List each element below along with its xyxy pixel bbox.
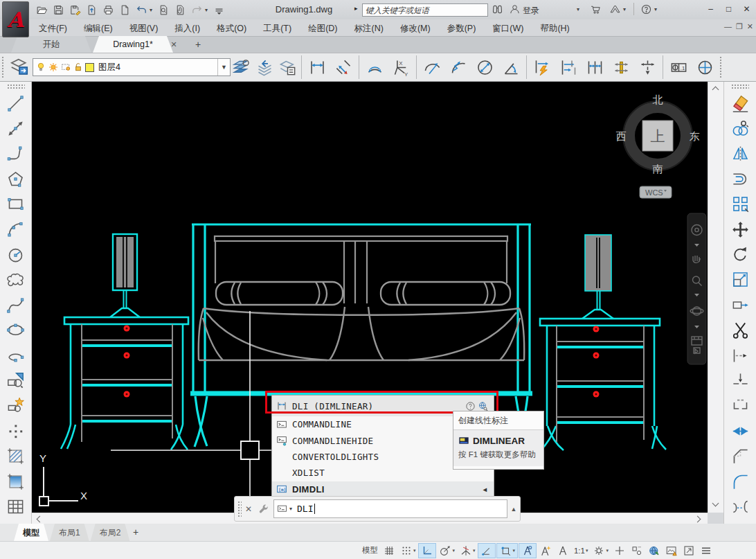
viewcube-north[interactable]: 北 <box>653 94 663 105</box>
scroll-down-icon[interactable] <box>712 500 719 507</box>
menu-9[interactable]: 参数(P) <box>440 21 483 36</box>
menu-4[interactable]: 格式(O) <box>210 21 253 36</box>
tool-layprops-icon[interactable] <box>276 53 299 81</box>
navigation-bar[interactable] <box>687 213 706 364</box>
menu-2[interactable]: 视图(V) <box>123 21 165 36</box>
tool-dlinear-icon[interactable] <box>304 53 330 81</box>
tool-save-icon[interactable] <box>50 2 66 17</box>
status-annotation-scale[interactable] <box>555 543 571 558</box>
tool-dord-icon[interactable] <box>388 53 414 81</box>
command-line-dock[interactable]: ✕ ▾ DLI ▲ <box>234 496 521 522</box>
status-isolate-objects[interactable] <box>629 543 645 558</box>
tool-dcenter-icon[interactable] <box>692 53 718 81</box>
toolbar-grip-right[interactable] <box>719 56 723 78</box>
tool-dspace-icon[interactable] <box>608 53 634 81</box>
tool-earc-icon[interactable] <box>0 343 31 368</box>
tool-exportup-icon[interactable] <box>83 2 100 17</box>
tool-offset-icon[interactable] <box>725 166 756 191</box>
doc-restore[interactable]: ❐ <box>736 22 743 31</box>
layout-tab-0[interactable]: 模型 <box>14 524 48 541</box>
scroll-up-icon[interactable] <box>712 87 719 94</box>
layout-add-icon[interactable]: + <box>126 524 145 541</box>
minimize-button[interactable]: – <box>703 2 719 16</box>
status-crosshair-plus[interactable] <box>611 543 628 558</box>
tab-start[interactable]: 开始 <box>11 36 91 53</box>
layer-lock-icon[interactable] <box>73 62 84 73</box>
tool-darc-icon[interactable] <box>361 53 388 81</box>
search-icon[interactable] <box>492 3 503 15</box>
tool-pline-icon[interactable] <box>0 141 31 166</box>
status-customization-gear[interactable]: ▾ <box>591 543 611 558</box>
tool-plot-icon[interactable] <box>100 2 116 17</box>
popup-row-dimdli[interactable]: DIMDLI◂ <box>272 481 494 497</box>
doc-close[interactable]: ✕ <box>747 22 753 31</box>
tool-pointic-icon[interactable] <box>0 418 31 443</box>
scroll-right-icon[interactable] <box>694 516 701 523</box>
tool-arc-icon[interactable] <box>0 217 31 242</box>
status-autoscale[interactable] <box>537 543 554 558</box>
tab-drawing1[interactable]: Drawing1* <box>93 36 173 53</box>
signin-caret[interactable]: ▾ <box>577 6 579 12</box>
toolbar-grip[interactable] <box>731 84 749 89</box>
tool-brkpt-icon[interactable] <box>725 368 756 393</box>
wcs-button[interactable]: WCS <box>640 186 672 198</box>
tool-layer-main[interactable] <box>6 54 33 80</box>
status-customization-menu[interactable] <box>698 543 714 558</box>
tool-scaleic-icon[interactable] <box>725 267 756 292</box>
toolbar-grip[interactable] <box>1 56 5 78</box>
tool-hatch-icon[interactable] <box>0 443 31 468</box>
status-snap[interactable]: ▾ <box>398 543 418 558</box>
nightstand-left[interactable] <box>61 317 188 450</box>
bed-blanket[interactable] <box>199 307 524 360</box>
tab-add-icon[interactable]: + <box>191 36 205 53</box>
tool-undo-icon[interactable] <box>133 2 150 17</box>
help-caret[interactable]: ▾ <box>654 6 657 12</box>
status-annotation-visibility[interactable] <box>519 543 537 558</box>
view-cube[interactable]: 上 北 西 东 南 <box>616 94 700 175</box>
menu-0[interactable]: 文件(F) <box>32 21 74 36</box>
signin-icon[interactable] <box>509 3 521 15</box>
maximize-button[interactable]: □ <box>721 2 737 16</box>
tool-dbreak-icon[interactable] <box>634 53 660 81</box>
status-isodraft[interactable]: ▾ <box>458 543 478 558</box>
tool-page-icon[interactable] <box>116 2 133 17</box>
viewcube-west[interactable]: 西 <box>616 130 627 142</box>
tool-revcloud-icon[interactable] <box>0 267 31 292</box>
tool-layundo-icon[interactable] <box>253 53 276 81</box>
bed-headboard[interactable] <box>215 236 507 303</box>
tool-preview-icon[interactable] <box>155 2 172 17</box>
tool-join-icon[interactable] <box>725 418 756 443</box>
title-expand-arrow[interactable]: ▸ <box>354 5 358 12</box>
viewcube-east[interactable]: 东 <box>690 130 700 142</box>
command-wrench-icon[interactable] <box>255 503 271 515</box>
tool-dang-icon[interactable] <box>498 53 524 81</box>
layout-tab-2[interactable]: 布局2 <box>91 524 130 541</box>
layer-vpfreeze-icon[interactable] <box>60 62 71 73</box>
command-caret-icon[interactable]: ▾ <box>289 506 292 512</box>
command-expand-icon[interactable]: ▲ <box>507 506 520 513</box>
tool-daligned-icon[interactable] <box>330 53 357 81</box>
dropdown-caret-icon[interactable]: ▾ <box>205 7 210 13</box>
menu-8[interactable]: 修改(M) <box>393 21 438 36</box>
status-render-image[interactable] <box>663 543 680 558</box>
tool-erase-icon[interactable] <box>725 91 756 116</box>
layer-combo-box[interactable]: 图层4 ▼ <box>33 58 231 76</box>
app-logo[interactable]: A <box>2 1 29 37</box>
tool-dradius-icon[interactable] <box>419 53 445 81</box>
scroll-left-icon[interactable] <box>37 516 44 523</box>
menu-3[interactable]: 插入(I) <box>168 21 207 36</box>
tool-spline-icon[interactable] <box>0 292 31 317</box>
menu-1[interactable]: 编辑(E) <box>77 21 120 36</box>
layer-thaw-icon[interactable] <box>48 62 59 73</box>
command-close-icon[interactable]: ✕ <box>242 504 255 514</box>
tool-dbase-icon[interactable] <box>555 53 582 81</box>
viewcube-south[interactable]: 南 <box>653 163 663 175</box>
tool-arrayic-icon[interactable] <box>725 192 756 217</box>
tool-rectic-icon[interactable] <box>0 192 31 217</box>
status-osnap[interactable]: ▾ <box>496 543 518 558</box>
status-scale-1-1[interactable]: 1:1▾ <box>572 543 591 558</box>
tab-close-icon[interactable]: ✕ <box>166 36 181 53</box>
app-caret[interactable]: ▾ <box>623 6 626 12</box>
dropdown-caret-icon[interactable]: ▾ <box>150 7 155 13</box>
tool-chamfer-icon[interactable] <box>725 443 756 468</box>
